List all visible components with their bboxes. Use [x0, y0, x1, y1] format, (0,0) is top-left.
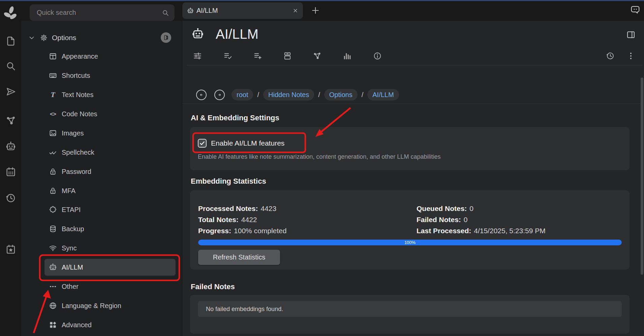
tree-item-password[interactable]: Password: [44, 163, 176, 180]
note-title[interactable]: AI/LLM: [216, 27, 258, 42]
breadcrumb-row: root/Hidden Notes/Options/AI/LLM: [196, 89, 399, 100]
progress-label: 100%: [198, 240, 622, 245]
tree-item-appearance[interactable]: Appearance: [44, 48, 176, 65]
chat-bubble-icon[interactable]: [630, 5, 640, 15]
robot-icon: [191, 28, 204, 40]
launcher-bookmarks[interactable]: [5, 244, 16, 255]
ribbon-note-map[interactable]: [313, 52, 321, 60]
refresh-statistics-button[interactable]: Refresh Statistics: [198, 250, 280, 265]
note-action-revisions[interactable]: [606, 52, 615, 60]
enable-ai-checkbox[interactable]: [198, 139, 207, 148]
tree-item-advanced[interactable]: Advanced: [44, 316, 176, 333]
tree-item-code-notes[interactable]: <>Code Notes: [44, 105, 176, 122]
new-tab-button[interactable]: [311, 6, 320, 15]
ribbon-inherited-attributes[interactable]: [253, 52, 262, 60]
trilium-logo-icon: [3, 5, 18, 25]
breadcrumb-item-hidden-notes[interactable]: Hidden Notes: [263, 89, 314, 100]
search-icon: [162, 9, 169, 17]
forward-button[interactable]: [214, 90, 225, 100]
image-icon: [49, 129, 57, 137]
trilium-app: AI/LLM Options AppearanceShortcutsTText …: [0, 0, 644, 336]
code-icon: <>: [49, 110, 57, 118]
tree-item-label: Appearance: [62, 53, 98, 60]
breadcrumb-item-root[interactable]: root: [232, 89, 253, 100]
ribbon-note-paths[interactable]: [283, 52, 292, 60]
launcher-ai-chat[interactable]: [5, 141, 16, 152]
tree-item-spellcheck[interactable]: Spellcheck: [44, 144, 176, 161]
tree-item-label: AI/LLM: [62, 264, 83, 271]
tree-item-label: Other: [62, 283, 79, 291]
puzzle-icon: [49, 206, 57, 214]
graph-icon: [313, 52, 321, 60]
robot-icon: [49, 263, 57, 271]
tree-item-label: Language & Region: [62, 302, 121, 310]
archive-icon: [283, 52, 292, 60]
history-icon: [606, 52, 615, 60]
failed-notes-empty-box: No failed embeddings found.: [198, 301, 622, 317]
stats-right-column: Queued Notes:0Failed Notes:0Last Process…: [417, 203, 546, 236]
unhoist-button[interactable]: [161, 32, 171, 43]
tree-item-label: Sync: [62, 244, 76, 252]
breadcrumb: root/Hidden Notes/Options/AI/LLM: [232, 89, 399, 100]
tree-item-label: Text Notes: [62, 91, 93, 99]
ribbon-basic-properties[interactable]: [193, 52, 202, 60]
enable-ai-checkbox-label[interactable]: Enable AI/LLM features: [211, 139, 284, 147]
section-heading-ai-settings: AI & Embedding Settings: [191, 114, 279, 122]
embedding-progress-bar: 100%: [198, 240, 622, 245]
launcher-calendar[interactable]: [5, 166, 16, 177]
tree-item-label: Options: [52, 34, 76, 42]
tree-item-backup[interactable]: Backup: [44, 220, 176, 237]
launcher-recent-changes[interactable]: [5, 193, 16, 204]
note-action-more-options[interactable]: [626, 52, 635, 60]
launcher-jump-to-note[interactable]: [5, 86, 16, 97]
tree-item-shortcuts[interactable]: Shortcuts: [44, 67, 176, 84]
stat-row: Total Notes:4422: [198, 214, 286, 225]
tree-item-label: Shortcuts: [62, 72, 90, 80]
ribbon-owned-attributes[interactable]: [223, 52, 232, 60]
tree-item-label: Backup: [62, 225, 84, 233]
robot-icon: [187, 7, 194, 14]
breadcrumb-item-ai-llm[interactable]: AI/LLM: [367, 89, 399, 100]
failed-notes-empty-message: No failed embeddings found.: [206, 306, 283, 313]
database-icon: [49, 225, 57, 233]
lock-icon: [49, 187, 57, 195]
close-tab-icon[interactable]: [293, 8, 298, 13]
chevron-down-icon[interactable]: [28, 34, 35, 41]
stat-row: Last Processed:4/15/2025, 5:23:59 PM: [417, 225, 546, 236]
globe-icon: [49, 302, 57, 310]
tab-ai-llm[interactable]: AI/LLM: [182, 2, 303, 19]
tree-item-other[interactable]: Other: [44, 278, 176, 295]
stat-row: Failed Notes:0: [417, 214, 546, 225]
tree-item-sync[interactable]: Sync: [44, 240, 176, 256]
send-icon: [5, 86, 16, 97]
quick-search: [30, 4, 175, 21]
stat-row: Progress:100% completed: [198, 225, 286, 236]
wifi-icon: [49, 244, 57, 252]
breadcrumb-separator: /: [362, 91, 364, 99]
quick-search-input[interactable]: [30, 9, 162, 17]
vertical-scrollbar[interactable]: [641, 78, 643, 275]
launcher-relation-map[interactable]: [5, 115, 16, 126]
ribbon-note-info[interactable]: [373, 52, 382, 60]
breadcrumb-item-options[interactable]: Options: [324, 89, 358, 100]
split-panel-icon[interactable]: [626, 30, 636, 39]
kebab-icon: [626, 52, 635, 60]
list-plus-icon: [253, 52, 262, 60]
ribbon-note-stats[interactable]: [343, 52, 351, 60]
back-button[interactable]: [196, 90, 207, 100]
tree-item-etapi[interactable]: ETAPI: [44, 201, 176, 218]
tree-item-mfa[interactable]: MFA: [44, 182, 176, 199]
launcher-search[interactable]: [5, 61, 16, 71]
tree-item-language-region[interactable]: Language & Region: [44, 297, 176, 314]
stats-left-column: Processed Notes:4423Total Notes:4422Prog…: [198, 203, 286, 236]
tree-item-ai-llm[interactable]: AI/LLM: [44, 259, 176, 276]
door-icon: [163, 34, 169, 41]
content-divider: [182, 103, 641, 104]
tree-item-options[interactable]: Options: [28, 29, 156, 46]
stat-row: Processed Notes:4423: [198, 203, 286, 214]
file-icon: [5, 36, 16, 47]
tree-item-text-notes[interactable]: TText Notes: [44, 86, 176, 103]
keyboard-icon: [49, 71, 57, 80]
tree-item-images[interactable]: Images: [44, 125, 176, 142]
launcher-new-note[interactable]: [5, 36, 16, 47]
